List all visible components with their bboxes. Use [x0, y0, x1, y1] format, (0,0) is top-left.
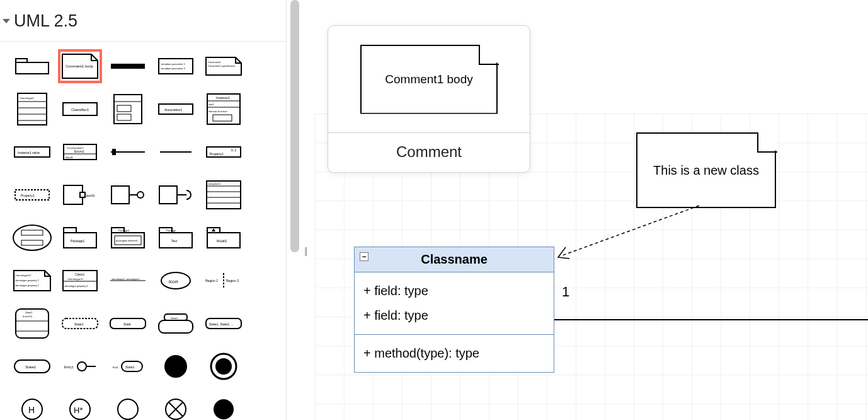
shape-enumeration[interactable]: «enumeration»Enum1literal1: [59, 136, 101, 168]
shape-component[interactable]: component: [203, 179, 244, 211]
svg-text:Entry1: Entry1: [64, 365, 74, 369]
shape-region[interactable]: Region 1Region 2: [203, 265, 244, 296]
shape-circle[interactable]: [107, 394, 149, 420]
class-field[interactable]: + field: type: [363, 279, 545, 303]
shape-structured[interactable]: [107, 93, 149, 125]
shape-port[interactable]: port1: [59, 179, 101, 211]
shape-package2[interactable]: Package1: [59, 222, 101, 254]
collapse-caret-icon: [3, 19, 10, 23]
edge-multiplicity-label[interactable]: 1: [562, 284, 569, 300]
svg-point-114: [164, 355, 187, 378]
shape-property-dashed[interactable]: Property1: [11, 179, 53, 211]
shape-instance-value[interactable]: Instance1 value: [11, 136, 53, 168]
svg-point-125: [214, 399, 234, 419]
class-method[interactable]: + method(type): type: [363, 341, 545, 366]
sidebar-scrollbar[interactable]: [290, 0, 299, 420]
shape-slider[interactable]: [107, 136, 149, 168]
tooltip-label: Comment: [328, 133, 530, 172]
shape-state-multi[interactable]: State1, State2, ...: [203, 308, 244, 339]
palette-header[interactable]: UML 2.5: [0, 0, 286, 42]
shape-filled-circle[interactable]: [203, 394, 244, 420]
svg-text:Property1: Property1: [21, 194, 35, 197]
svg-text:0..1: 0..1: [231, 148, 237, 152]
shape-final[interactable]: [155, 351, 197, 382]
shape-template[interactable]: template parameter 1template parameter 2: [155, 50, 197, 82]
svg-rect-38: [112, 149, 116, 155]
svg-rect-102: [159, 320, 193, 333]
shape-state-tab[interactable]: State1: [155, 308, 197, 339]
svg-text:icon: icon: [169, 279, 178, 284]
shape-text-package[interactable]: PackageText: [155, 222, 197, 254]
svg-point-116: [215, 358, 232, 375]
shape-classifier-full[interactable]: «stereotype»: [11, 93, 53, 125]
svg-text:H: H: [28, 405, 35, 415]
class-collapse-button[interactable]: −: [360, 252, 368, 261]
shape-required-interface[interactable]: [155, 179, 197, 211]
diagram-canvas[interactable]: Comment1 body Comment This is a new clas…: [315, 0, 868, 420]
svg-rect-60: [21, 230, 43, 235]
shape-dependency[interactable]: [107, 50, 149, 82]
svg-text:Enum1: Enum1: [74, 149, 84, 153]
shape-comment[interactable]: Comment1 body: [59, 50, 101, 82]
svg-text:State1: State1: [74, 322, 84, 326]
svg-rect-51: [159, 186, 177, 204]
svg-text:Constraint1 specification: Constraint1 specification: [208, 64, 236, 67]
tooltip-preview: Comment1 body: [328, 26, 530, 133]
shape-class-stereo[interactable]: Class1«stereotype1»stereotype property 1: [59, 265, 101, 296]
canvas-comment-note[interactable]: This is a new class: [636, 132, 776, 208]
svg-text:State1: State1: [171, 317, 178, 320]
shape-stereotype-note[interactable]: «stereotype1»stereotype property 1stereo…: [11, 265, 53, 296]
svg-text:State1: State1: [25, 311, 33, 314]
class-methods-section[interactable]: + method(type): type: [355, 335, 554, 372]
shape-entry[interactable]: Entry1: [59, 351, 101, 382]
shape-package[interactable]: [11, 50, 53, 82]
shape-classifier[interactable]: Classifier1: [59, 93, 101, 125]
svg-text:Region 2: Region 2: [226, 279, 239, 283]
svg-rect-46: [80, 192, 85, 197]
note-fold-icon: [757, 132, 776, 151]
class-header[interactable]: − Classname: [355, 247, 554, 272]
svg-rect-61: [21, 240, 43, 245]
shape-usecase[interactable]: [11, 222, 53, 254]
class-shape[interactable]: − Classname + field: type + field: type …: [354, 247, 554, 373]
svg-text:stereotype property 1: stereotype property 1: [15, 279, 40, 282]
shape-provided-interface[interactable]: [107, 179, 149, 211]
svg-text:Region 1: Region 1: [205, 279, 218, 283]
svg-rect-29: [213, 115, 232, 121]
shape-final-outer[interactable]: [203, 351, 244, 382]
shape-association[interactable]: Association1: [155, 93, 197, 125]
palette-title: UML 2.5: [14, 11, 77, 31]
splitter-handle-icon[interactable]: ||: [304, 246, 306, 256]
shape-state-rounded[interactable]: State1: [11, 351, 53, 382]
association-edge[interactable]: [554, 319, 868, 320]
class-field[interactable]: + field: type: [363, 303, 545, 328]
svg-point-109: [77, 362, 86, 371]
shape-state-small[interactable]: Exit1State1: [107, 351, 149, 382]
svg-text:«stereotype1»: «stereotype1»: [15, 274, 31, 277]
shape-cross[interactable]: [155, 394, 197, 420]
shape-packaged-element[interactable]: Package1packaged element1: [107, 222, 149, 254]
shape-property[interactable]: 0..1Property1: [203, 136, 244, 168]
shape-state-machine[interactable]: State1[invariant1]: [11, 308, 53, 339]
svg-text:Model1: Model1: [217, 239, 227, 243]
svg-text:Instance1 value: Instance1 value: [18, 151, 40, 155]
svg-text:Package1: Package1: [118, 229, 130, 232]
shape-constraint[interactable]: Constraint1Constraint1 specification: [203, 50, 244, 82]
svg-text:«stereotype1»: «stereotype1»: [67, 277, 84, 281]
class-fields-section[interactable]: + field: type + field: type: [355, 272, 554, 335]
shape-state-dashed[interactable]: State1: [59, 308, 101, 339]
svg-text:Property1: Property1: [210, 152, 224, 156]
shape-required-line[interactable]: [155, 136, 197, 168]
scrollbar-thumb[interactable]: [290, 0, 299, 252]
svg-text:Class1: Class1: [75, 272, 85, 276]
shape-model[interactable]: Model1: [203, 222, 244, 254]
shape-instance[interactable]: Instance1slot1internal structure: [203, 93, 244, 125]
shape-state[interactable]: State: [107, 308, 149, 339]
shape-history-hstar[interactable]: H*: [59, 394, 101, 420]
shape-icon-ellipse[interactable]: icon: [155, 265, 197, 296]
shape-history-h[interactable]: H: [11, 394, 53, 420]
svg-text:stereotype property 1: stereotype property 1: [64, 284, 89, 288]
svg-text:Instance1: Instance1: [216, 96, 230, 100]
svg-text:Association1: Association1: [164, 108, 183, 112]
shape-stereo-line[interactable]: stereotype1, stereotype2...: [107, 265, 149, 296]
